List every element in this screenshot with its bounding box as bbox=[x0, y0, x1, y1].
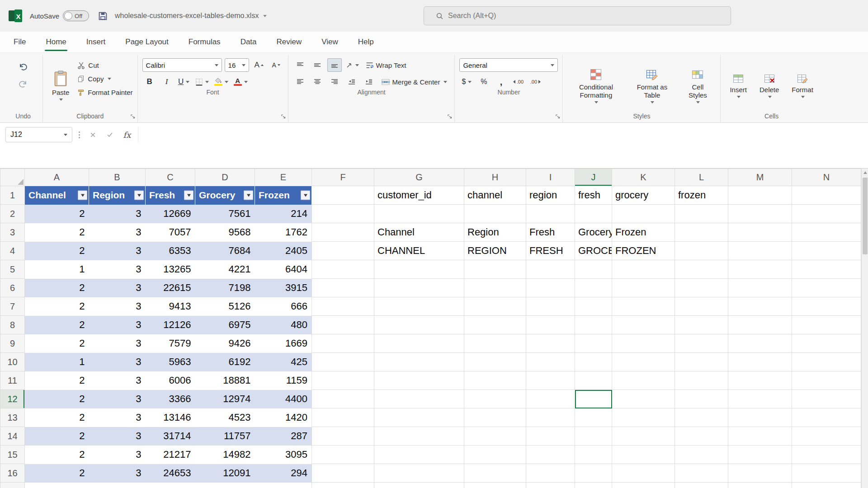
cell-B12[interactable]: 3 bbox=[89, 390, 146, 408]
cell-C14[interactable]: 31714 bbox=[146, 427, 195, 446]
cell-N10[interactable] bbox=[792, 353, 861, 371]
cell-L14[interactable] bbox=[675, 427, 728, 446]
cell-E9[interactable]: 1669 bbox=[255, 334, 312, 353]
cell-I13[interactable] bbox=[526, 408, 575, 427]
cell-B8[interactable]: 3 bbox=[89, 316, 146, 334]
cell-E13[interactable]: 1420 bbox=[255, 408, 312, 427]
cell-I3[interactable]: Fresh bbox=[526, 223, 575, 242]
cell-E2[interactable]: 214 bbox=[255, 205, 312, 223]
cell-F7[interactable] bbox=[312, 297, 374, 316]
cell-F2[interactable] bbox=[312, 205, 374, 223]
cell-A2[interactable]: 2 bbox=[25, 205, 89, 223]
row-header-5[interactable]: 5 bbox=[0, 260, 25, 279]
cell-D6[interactable]: 7198 bbox=[195, 279, 255, 297]
cell-B5[interactable]: 3 bbox=[89, 260, 146, 279]
cell-I8[interactable] bbox=[526, 316, 575, 334]
cell-M13[interactable] bbox=[728, 408, 792, 427]
cell-K15[interactable] bbox=[612, 446, 675, 464]
cell-H1[interactable]: channel bbox=[464, 186, 526, 205]
cell-D15[interactable]: 14982 bbox=[195, 446, 255, 464]
cell-M8[interactable] bbox=[728, 316, 792, 334]
cell-H17[interactable] bbox=[464, 483, 526, 488]
cell-A3[interactable]: 2 bbox=[25, 223, 89, 242]
cell-J16[interactable] bbox=[575, 464, 612, 483]
cancel-button[interactable] bbox=[86, 128, 99, 141]
cell-I14[interactable] bbox=[526, 427, 575, 446]
cell-H15[interactable] bbox=[464, 446, 526, 464]
menu-tab-file[interactable]: File bbox=[14, 32, 26, 52]
cell-C15[interactable]: 21217 bbox=[146, 446, 195, 464]
select-all-corner[interactable] bbox=[0, 169, 25, 186]
cell-E12[interactable]: 4400 bbox=[255, 390, 312, 408]
cell-B4[interactable]: 3 bbox=[89, 242, 146, 260]
cell-G10[interactable] bbox=[374, 353, 464, 371]
cell-A8[interactable]: 2 bbox=[25, 316, 89, 334]
decrease-font-size-button[interactable]: A bbox=[269, 58, 283, 72]
name-box-resizer[interactable] bbox=[79, 134, 80, 136]
cell-G17[interactable] bbox=[374, 483, 464, 488]
cell-G7[interactable] bbox=[374, 297, 464, 316]
cell-H12[interactable] bbox=[464, 390, 526, 408]
cell-K17[interactable] bbox=[612, 483, 675, 488]
cell-C13[interactable]: 13146 bbox=[146, 408, 195, 427]
cell-E1[interactable]: Frozen bbox=[255, 186, 312, 205]
cell-I1[interactable]: region bbox=[526, 186, 575, 205]
cell-B9[interactable]: 3 bbox=[89, 334, 146, 353]
enter-button[interactable] bbox=[104, 128, 116, 141]
cell-E5[interactable]: 6404 bbox=[255, 260, 312, 279]
cell-D16[interactable]: 12091 bbox=[195, 464, 255, 483]
cell-I16[interactable] bbox=[526, 464, 575, 483]
cell-L2[interactable] bbox=[675, 205, 728, 223]
cell-N16[interactable] bbox=[792, 464, 861, 483]
search-box[interactable]: Search (Alt+Q) bbox=[424, 6, 731, 25]
cell-B7[interactable]: 3 bbox=[89, 297, 146, 316]
wrap-text-button[interactable]: Wrap Text bbox=[363, 58, 409, 72]
row-header-9[interactable]: 9 bbox=[0, 334, 25, 353]
decrease-decimal-button[interactable]: .00 bbox=[528, 75, 542, 89]
cell-F11[interactable] bbox=[312, 371, 374, 390]
column-header-M[interactable]: M bbox=[728, 169, 792, 186]
cell-D11[interactable]: 18881 bbox=[195, 371, 255, 390]
row-header-3[interactable]: 3 bbox=[0, 223, 25, 242]
column-header-N[interactable]: N bbox=[792, 169, 861, 186]
cell-N4[interactable] bbox=[792, 242, 861, 260]
cell-N1[interactable] bbox=[792, 186, 861, 205]
cell-C12[interactable]: 3366 bbox=[146, 390, 195, 408]
cell-L15[interactable] bbox=[675, 446, 728, 464]
cell-D5[interactable]: 4221 bbox=[195, 260, 255, 279]
decrease-indent-button[interactable] bbox=[344, 75, 359, 89]
cell-H3[interactable]: Region bbox=[464, 223, 526, 242]
cell-K10[interactable] bbox=[612, 353, 675, 371]
format-cells-button[interactable]: Format bbox=[787, 70, 818, 99]
cell-B13[interactable]: 3 bbox=[89, 408, 146, 427]
scrollbar-up-button[interactable] bbox=[862, 169, 868, 176]
cell-L1[interactable]: frozen bbox=[675, 186, 728, 205]
cell-D3[interactable]: 9568 bbox=[195, 223, 255, 242]
cell-G16[interactable] bbox=[374, 464, 464, 483]
format-painter-button[interactable]: Format Painter bbox=[77, 86, 132, 98]
cell-M1[interactable] bbox=[728, 186, 792, 205]
cell-M10[interactable] bbox=[728, 353, 792, 371]
font-size-select[interactable]: 16 bbox=[225, 58, 249, 72]
cell-L16[interactable] bbox=[675, 464, 728, 483]
cell-G3[interactable]: Channel bbox=[374, 223, 464, 242]
cell-J13[interactable] bbox=[575, 408, 612, 427]
column-header-I[interactable]: I bbox=[526, 169, 575, 186]
row-header-7[interactable]: 7 bbox=[0, 297, 25, 316]
cell-F6[interactable] bbox=[312, 279, 374, 297]
cell-A9[interactable]: 2 bbox=[25, 334, 89, 353]
cell-J10[interactable] bbox=[575, 353, 612, 371]
cell-C16[interactable]: 24653 bbox=[146, 464, 195, 483]
cell-H4[interactable]: REGION bbox=[464, 242, 526, 260]
cell-K6[interactable] bbox=[612, 279, 675, 297]
cell-H5[interactable] bbox=[464, 260, 526, 279]
column-header-K[interactable]: K bbox=[612, 169, 675, 186]
cell-L8[interactable] bbox=[675, 316, 728, 334]
cell-E15[interactable]: 3095 bbox=[255, 446, 312, 464]
cell-H11[interactable] bbox=[464, 371, 526, 390]
cell-M14[interactable] bbox=[728, 427, 792, 446]
menu-tab-help[interactable]: Help bbox=[358, 32, 374, 52]
cell-N5[interactable] bbox=[792, 260, 861, 279]
number-dialog-launcher[interactable] bbox=[555, 114, 561, 119]
cell-B17[interactable]: 3 bbox=[89, 483, 146, 488]
